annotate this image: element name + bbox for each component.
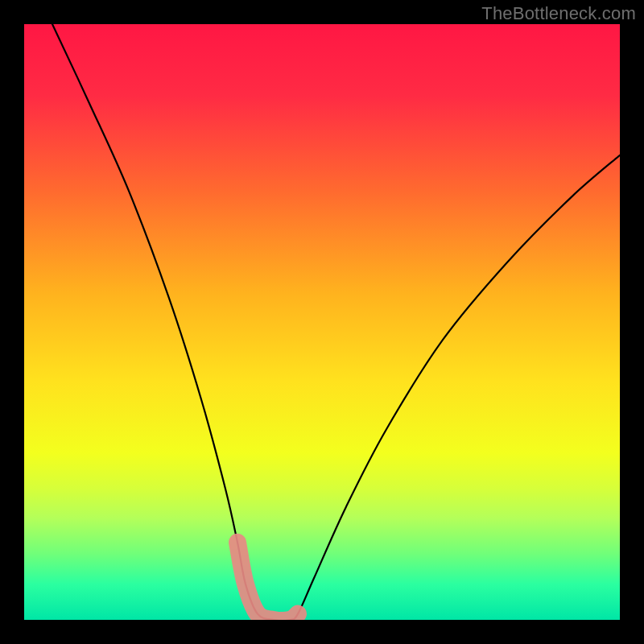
watermark-text: TheBottleneck.com [481,3,636,24]
curve-layer [24,24,620,620]
bottleneck-curve [52,24,620,620]
plot-area [24,24,620,620]
low-bottleneck-highlight [237,543,298,620]
chart-frame: TheBottleneck.com [0,0,644,644]
